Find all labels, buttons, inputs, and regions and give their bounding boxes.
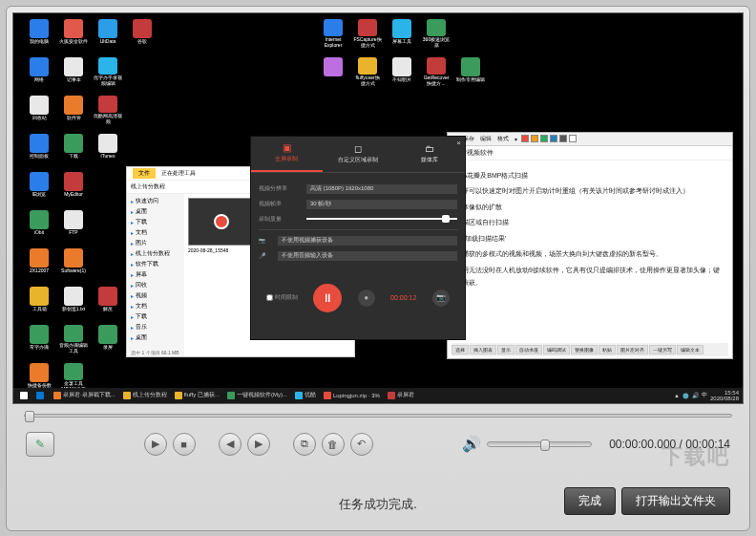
taskbar-item[interactable]: 录屏君 bbox=[385, 390, 417, 401]
time-limit-checkbox[interactable] bbox=[266, 294, 273, 301]
desktop-icon[interactable] bbox=[128, 96, 157, 124]
desktop-icon[interactable] bbox=[319, 57, 347, 86]
desktop-icon[interactable]: 360极速浏览器 bbox=[422, 19, 451, 48]
desktop-icon[interactable]: iTunes bbox=[94, 134, 122, 162]
desktop-icon[interactable] bbox=[162, 57, 191, 86]
desktop-icon[interactable] bbox=[128, 134, 157, 162]
desktop-icon[interactable]: 记事本 bbox=[59, 57, 88, 86]
desktop-icon[interactable]: 工具箱 bbox=[25, 287, 53, 315]
desktop-icon[interactable]: iObit bbox=[25, 210, 53, 239]
doc-footer-button[interactable]: 编辑文本 bbox=[677, 345, 704, 354]
revert-button[interactable]: ↶ bbox=[350, 433, 373, 456]
color-swatch[interactable] bbox=[521, 135, 529, 142]
desktop-icon[interactable]: UltData bbox=[94, 19, 122, 48]
recorder-tab-region[interactable]: ◻自定义区域录制 bbox=[323, 137, 394, 172]
desktop-icon[interactable]: 火狐安全软件 bbox=[59, 19, 88, 48]
video-device-select[interactable]: 不使用视频捕获设备 bbox=[278, 236, 457, 246]
desktop-icon[interactable] bbox=[456, 19, 485, 48]
taskbar-item[interactable]: 线上传分数程 bbox=[120, 390, 170, 401]
desktop-icon[interactable]: 制作专用编辑 bbox=[456, 57, 485, 86]
desktop-icon[interactable]: Software(1) bbox=[59, 248, 88, 277]
quality-slider[interactable] bbox=[306, 218, 457, 220]
next-frame-button[interactable]: ▶ bbox=[247, 433, 270, 456]
color-swatch[interactable] bbox=[569, 135, 577, 142]
timeline-playhead[interactable] bbox=[25, 411, 34, 422]
desktop-icon[interactable] bbox=[162, 19, 191, 48]
desktop-icon[interactable] bbox=[94, 210, 122, 239]
volume-knob[interactable] bbox=[540, 440, 550, 451]
sidebar-item[interactable]: ▸回收 bbox=[129, 280, 182, 290]
doc-footer-button[interactable]: 替换图像 bbox=[571, 345, 598, 354]
color-swatch[interactable] bbox=[550, 135, 557, 142]
desktop-icon[interactable]: 屏幕工具 bbox=[388, 19, 416, 48]
desktop-icon[interactable]: 谷歌 bbox=[128, 19, 157, 48]
taskbar-item[interactable]: Lupingjun.zip · 3% bbox=[321, 390, 383, 401]
desktop-icon[interactable]: 录屏 bbox=[94, 325, 122, 354]
done-button[interactable]: 完成 bbox=[564, 487, 616, 515]
sidebar-item[interactable]: ▸音乐 bbox=[129, 322, 182, 332]
desktop-icon[interactable]: 音频办满编辑工具 bbox=[59, 325, 88, 354]
close-icon[interactable]: × bbox=[456, 139, 461, 147]
desktop-icon[interactable] bbox=[197, 19, 225, 48]
sidebar-item[interactable]: ▸桌面 bbox=[129, 332, 182, 343]
doc-footer-button[interactable]: 插入图表 bbox=[470, 345, 496, 354]
play-button[interactable]: ▶ bbox=[144, 433, 167, 456]
desktop-icon[interactable] bbox=[197, 57, 225, 86]
desktop-icon[interactable]: 解压 bbox=[94, 287, 122, 315]
desktop-icon[interactable]: 我的电脑 bbox=[25, 19, 53, 48]
marker-button[interactable]: ⧉ bbox=[293, 433, 316, 456]
record-stop-button[interactable]: ● bbox=[358, 289, 375, 307]
prev-frame-button[interactable]: ◀ bbox=[219, 433, 242, 456]
desktop-icon[interactable]: 2X12007 bbox=[25, 248, 53, 277]
doc-footer-button[interactable]: 图片左对齐 bbox=[617, 345, 648, 354]
doc-footer-button[interactable]: 编码调试 bbox=[543, 345, 570, 354]
desktop-icon[interactable]: 优字办手录视频编辑 bbox=[94, 57, 122, 86]
desktop-icon[interactable] bbox=[197, 134, 225, 162]
sidebar-item[interactable]: ▸线上传分数程 bbox=[129, 248, 182, 259]
desktop-icon[interactable]: 下载 bbox=[59, 134, 88, 162]
desktop-icon[interactable]: MyEditor bbox=[59, 172, 88, 201]
edit-button[interactable]: ✎ bbox=[26, 432, 54, 457]
stop-button[interactable]: ■ bbox=[173, 433, 196, 456]
start-button[interactable] bbox=[17, 390, 31, 401]
recorder-tab-fullscreen[interactable]: ▣全屏录制 bbox=[251, 137, 323, 172]
doc-footer-button[interactable]: 自动求值 bbox=[515, 345, 542, 354]
audio-device-select[interactable]: 不使用音频输入设备 bbox=[278, 251, 457, 261]
sidebar-item[interactable]: ▸文档 bbox=[129, 227, 182, 238]
desktop-icon[interactable]: 常字办满 bbox=[25, 325, 53, 354]
desktop-icon[interactable]: 优酷网高清视频 bbox=[94, 96, 122, 124]
desktop-icon[interactable]: fluffyuser快捷方式 bbox=[353, 57, 382, 86]
doc-footer-button[interactable]: 选择 bbox=[452, 345, 469, 354]
desktop-icon[interactable] bbox=[197, 96, 225, 124]
open-output-folder-button[interactable]: 打开输出文件夹 bbox=[621, 487, 730, 515]
sidebar-item[interactable]: ▸下载 bbox=[129, 311, 182, 322]
sidebar-item[interactable]: ▸快速访问 bbox=[129, 196, 182, 206]
taskbar-item[interactable]: fluffy 已捕获... bbox=[172, 390, 222, 401]
taskbar-item[interactable]: 优酷 bbox=[292, 390, 319, 401]
sidebar-item[interactable]: ▸软件下载 bbox=[129, 259, 182, 269]
desktop-icon[interactable]: 新创造1.txt bbox=[59, 287, 88, 315]
taskbar-item[interactable]: 录屏君·录屏截下载... bbox=[51, 390, 118, 401]
desktop-icon[interactable]: 软件管 bbox=[59, 96, 88, 124]
desktop-icon[interactable]: FSCapture快捷方式 bbox=[353, 19, 382, 48]
color-swatch[interactable] bbox=[540, 135, 548, 142]
color-swatch[interactable] bbox=[531, 135, 538, 142]
delete-button[interactable]: 🗑 bbox=[322, 433, 345, 456]
record-pause-button[interactable]: ⏸ bbox=[313, 284, 342, 312]
screenshot-button[interactable]: 📷 bbox=[432, 289, 450, 307]
sidebar-item[interactable]: ▸图片 bbox=[129, 238, 182, 248]
desktop-icon[interactable]: 网络 bbox=[25, 57, 53, 86]
doc-toolbar-item[interactable]: 编辑 bbox=[478, 135, 494, 143]
desktop-icon[interactable]: 不知明片 bbox=[388, 57, 416, 86]
doc-toolbar-item[interactable]: 格式 bbox=[495, 135, 511, 143]
recorder-tab-library[interactable]: 🗀媒体库 bbox=[393, 137, 465, 172]
doc-toolbar-item[interactable]: ▾ bbox=[513, 136, 519, 142]
sidebar-item[interactable]: ▸视频 bbox=[129, 290, 182, 301]
desktop-icon[interactable]: 控制面板 bbox=[25, 134, 53, 162]
desktop-icon[interactable]: Internet Explorer bbox=[319, 19, 347, 48]
desktop-icon[interactable]: GetRecover快捷方... bbox=[422, 57, 451, 86]
framerate-select[interactable]: 30 帧/秒 bbox=[306, 200, 457, 209]
doc-footer-button[interactable]: 显示 bbox=[497, 345, 514, 354]
desktop-icon[interactable]: IE浏览 bbox=[25, 172, 53, 201]
volume-slider[interactable] bbox=[487, 441, 592, 447]
